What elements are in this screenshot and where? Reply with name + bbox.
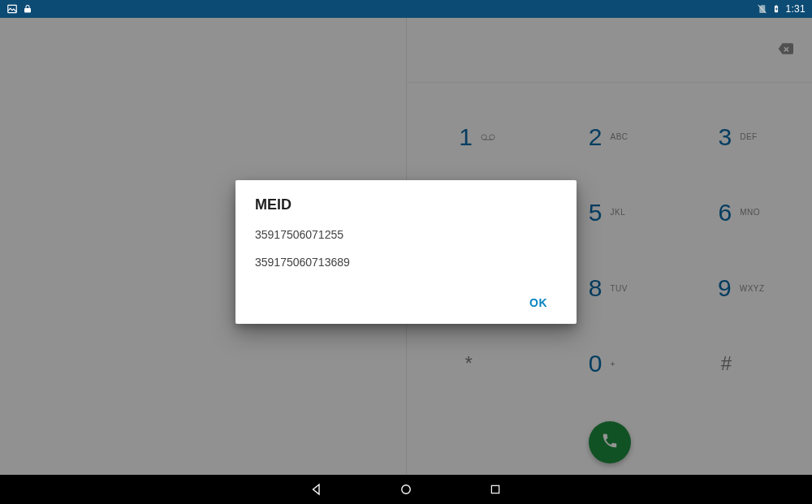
picture-icon <box>6 3 18 15</box>
svg-rect-6 <box>491 485 499 493</box>
meid-value-2: 359175060713689 <box>255 256 557 269</box>
lock-icon <box>23 3 32 15</box>
status-clock: 1:31 <box>785 3 806 15</box>
statusbar: 1:31 <box>0 0 812 18</box>
meid-value-1: 35917506071255 <box>255 228 557 241</box>
svg-point-5 <box>402 485 411 494</box>
back-button[interactable] <box>309 481 325 498</box>
content-area: 1 2 ABC 3 DEF 4 GHI 5 JKL <box>0 18 812 475</box>
dialog-title: MEID <box>255 196 557 213</box>
recents-button[interactable] <box>487 481 503 498</box>
ok-button[interactable]: OK <box>520 288 557 317</box>
battery-charging-icon <box>772 3 780 15</box>
svg-rect-2 <box>776 5 778 6</box>
dialog-actions: OK <box>255 283 557 317</box>
meid-dialog: MEID 35917506071255 359175060713689 OK <box>235 180 577 324</box>
no-sim-icon <box>757 3 767 15</box>
navbar <box>0 475 812 504</box>
home-button[interactable] <box>398 481 414 498</box>
